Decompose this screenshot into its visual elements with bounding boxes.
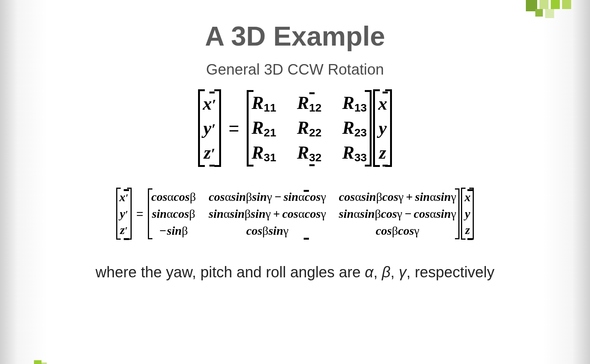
vec-x: x (378, 92, 387, 116)
vec-y: y (379, 116, 387, 141)
rot-r2c1: sinαcosβ (151, 207, 196, 221)
vec-z-prime: z (204, 142, 211, 162)
matrix-output-vector: x′ y′ z′ (198, 89, 221, 167)
vec-x-prime: x (203, 93, 212, 113)
matrix-input-vector-2: x y z (461, 188, 474, 240)
rot-r3c2: cosβsinγ (209, 224, 326, 238)
footnote: where the yaw, pitch and roll angles are… (15, 262, 575, 282)
equation-expanded-rotation: x′ y′ z′ = cosαcosβcosαsinβsinγ−sinαcosγ… (15, 188, 575, 240)
rot-r1c2: cosαsinβsinγ−sinαcosγ (209, 190, 326, 204)
matrix-R: R11 R12 R13 R21 R22 R23 R31 R32 R33 (247, 90, 372, 167)
matrix-output-vector-2: x′ y′ z′ (116, 188, 132, 240)
slide-title: A 3D Example (15, 21, 575, 52)
equation-general-rotation: x′ y′ z′ = R11 R12 R13 R21 R22 R23 R31 R… (15, 89, 575, 167)
rot-r2c2: sinαsinβsinγ+cosαcosγ (209, 207, 326, 221)
rot-r2c3: sinαsinβcosγ−cosαsinγ (339, 207, 456, 221)
equals-sign: = (229, 118, 239, 139)
rot-r1c1: cosαcosβ (151, 190, 196, 204)
vec-z: z (379, 141, 386, 165)
slide: A 3D Example General 3D CCW Rotation x′ … (15, 0, 575, 364)
rot-r3c1: −sinβ (151, 224, 196, 238)
vec-y-prime: y (203, 118, 211, 138)
matrix-input-vector: x y z (373, 89, 392, 167)
slide-subtitle: General 3D CCW Rotation (15, 61, 575, 78)
rot-r3c3: cosβcosγ (339, 224, 456, 238)
decoration-top-right (477, 0, 575, 23)
matrix-rotation-expanded: cosαcosβcosαsinβsinγ−sinαcosγcosαsinβcos… (148, 188, 459, 239)
rot-r1c3: cosαsinβcosγ+sinαsinγ (339, 190, 456, 204)
